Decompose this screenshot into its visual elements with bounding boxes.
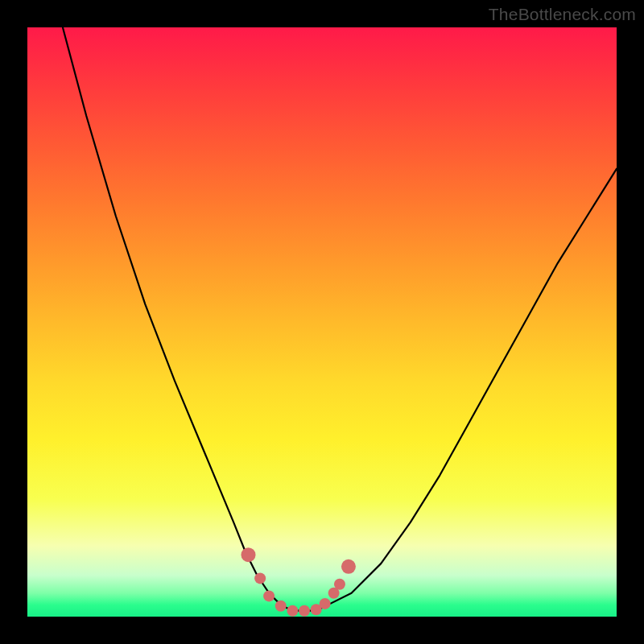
plot-area <box>27 27 617 617</box>
marker-dot <box>299 605 310 617</box>
curve-path <box>63 27 617 611</box>
watermark-text: TheBottleneck.com <box>489 5 636 24</box>
marker-dot <box>287 605 298 617</box>
chart-svg <box>27 27 617 617</box>
marker-dot <box>320 598 331 609</box>
marker-dot <box>341 559 356 574</box>
marker-dot <box>242 547 256 562</box>
marker-dot <box>334 579 345 590</box>
curve-line <box>63 27 617 611</box>
marker-dot <box>254 572 266 584</box>
chart-frame: TheBottleneck.com <box>0 0 644 644</box>
marker-dot <box>275 601 287 612</box>
highlight-markers <box>242 547 356 617</box>
marker-dot <box>263 590 275 601</box>
